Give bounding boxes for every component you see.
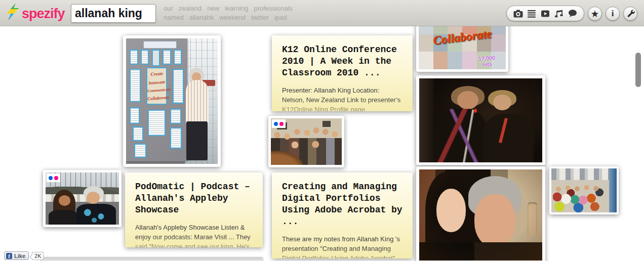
search-input[interactable]	[71, 5, 155, 22]
flickr-badge-icon	[272, 119, 286, 128]
info-button[interactable]: i	[606, 7, 620, 21]
photo-card-marina[interactable]	[43, 170, 122, 227]
keyword-link[interactable]: zealand	[179, 5, 202, 12]
photo-card-group[interactable]	[268, 116, 344, 167]
photo-card-display-board[interactable]: Create Innovate Communicate Collaborate	[123, 35, 221, 167]
speech-bubble-icon[interactable]	[568, 9, 577, 18]
hits-overlay-text: 17,000 hits	[478, 55, 496, 68]
header-bar: spezify ourzealandnewlearningprofessiona…	[0, 0, 644, 26]
like-label: Like	[14, 253, 25, 259]
page: spezify ourzealandnewlearningprofessiona…	[0, 0, 644, 261]
card-snippet: These are my notes from Allanah King 's …	[282, 234, 402, 258]
card-snippet: Presenter: Allanah King Location: Nelson…	[282, 85, 402, 111]
text-card-digital-portfolios[interactable]: Creating and Managing Digital Portfolios…	[272, 172, 413, 258]
keyword-link[interactable]: new	[207, 5, 219, 12]
wrench-icon	[626, 9, 635, 19]
photo-card-children[interactable]	[549, 166, 619, 214]
two-women-photo-image	[419, 78, 542, 162]
settings-button[interactable]	[623, 7, 637, 21]
flickr-badge-icon	[47, 173, 60, 182]
keyword-link[interactable]: our	[164, 5, 173, 12]
facebook-widget: f Like 2K	[4, 251, 44, 260]
media-filter-bar	[506, 6, 584, 21]
card-snippet: Allanah's Appleby Showcase Listen & enjo…	[135, 223, 253, 247]
related-keywords: ourzealandnewlearningprofessionals named…	[164, 4, 298, 22]
video-play-icon[interactable]	[540, 9, 550, 18]
star-icon: ★	[591, 9, 598, 19]
poster-words: Create Innovate Communicate Collaborate	[146, 67, 168, 105]
search-box	[71, 4, 156, 23]
keyword-link[interactable]: weekend	[219, 14, 246, 21]
card-title: Creating and Managing Digital Portfolios…	[282, 181, 402, 228]
spezify-logo[interactable]: spezify	[5, 3, 65, 24]
photo-card-two-women[interactable]	[416, 75, 545, 165]
facebook-like-button[interactable]: f Like	[4, 251, 29, 260]
text-card-k12-conference[interactable]: K12 Online Conference 2010 | A Week in t…	[272, 35, 413, 111]
partial-card-edge	[41, 257, 263, 261]
keyword-link[interactable]: ipad	[274, 14, 287, 21]
keyword-link[interactable]: named	[164, 14, 184, 21]
group-photo-image	[271, 118, 342, 165]
text-lines-icon[interactable]	[527, 9, 537, 18]
scrollbar-thumb[interactable]	[635, 53, 641, 87]
like-count-badge: 2K	[32, 252, 44, 260]
selfie-photo-image	[419, 169, 542, 260]
facebook-logo-icon: f	[6, 253, 12, 259]
keyword-link[interactable]: twitter	[251, 14, 269, 21]
marina-photo-image	[46, 172, 119, 225]
music-note-icon[interactable]	[554, 9, 564, 18]
info-icon: i	[612, 9, 614, 19]
logo-wordmark: spezify	[22, 6, 65, 22]
keyword-link[interactable]: learning	[225, 5, 248, 12]
text-card-podomatic[interactable]: PodOmatic | Podcast – Allanah's Appleby …	[125, 172, 263, 247]
card-title: PodOmatic | Podcast – Allanah's Appleby …	[135, 181, 253, 216]
card-title: K12 Online Conference 2010 | A Week in t…	[282, 44, 402, 79]
camera-icon[interactable]	[513, 9, 523, 18]
display-board-image: Create Innovate Communicate Collaborate	[126, 38, 218, 164]
photo-card-selfie[interactable]	[416, 166, 545, 261]
lightning-bolt-icon	[5, 3, 20, 24]
keyword-link[interactable]: professionals	[254, 5, 293, 12]
favorites-button[interactable]: ★	[588, 7, 602, 21]
keyword-link[interactable]: allanahk	[189, 14, 214, 21]
children-photo-image	[551, 168, 617, 212]
